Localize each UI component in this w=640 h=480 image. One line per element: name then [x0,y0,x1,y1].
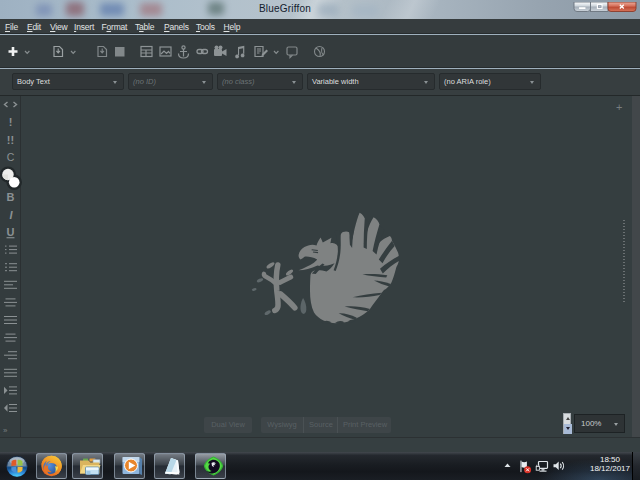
svg-text:C: C [7,151,15,163]
svg-text:U: U [7,226,15,238]
svg-text:!!: !! [7,134,14,146]
svg-text:I: I [9,209,13,221]
svg-text:B: B [7,191,15,203]
svg-text:!: ! [9,116,13,128]
